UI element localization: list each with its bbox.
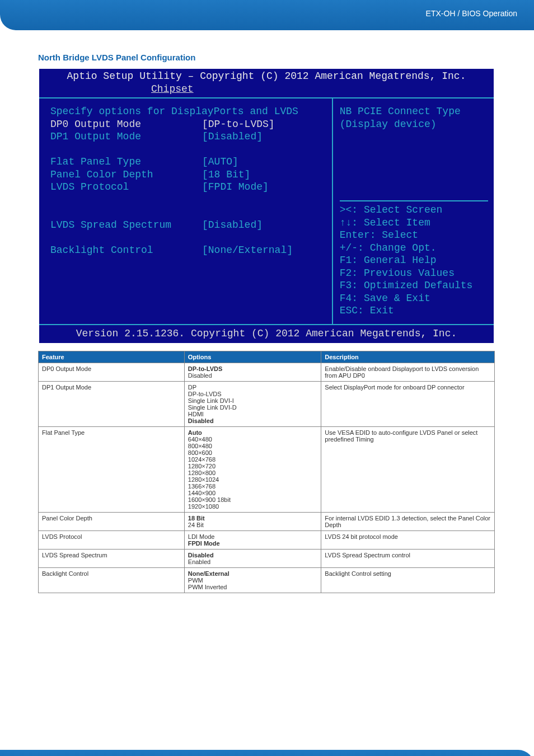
option-value: PWM	[188, 577, 318, 584]
option-value: Disabled	[188, 372, 318, 379]
bios-screenshot: Aptio Setup Utility – Copyright (C) 2012…	[38, 68, 495, 344]
option-value: 640×480	[188, 436, 318, 443]
page-header: ETX-OH / BIOS Operation	[0, 0, 534, 30]
bios-help-line: (Display device)	[340, 118, 488, 131]
bios-item-value: [Disabled]	[202, 219, 326, 232]
col-header-options: Options	[184, 351, 321, 363]
cell-feature: DP0 Output Mode	[39, 363, 185, 382]
option-value: Disabled	[188, 552, 318, 558]
option-value: FPDI Mode	[188, 540, 318, 547]
bios-item-dp0[interactable]: DP0 Output Mode [DP-to-LVDS]	[50, 118, 326, 131]
bios-item-label: LVDS Spread Spectrum	[50, 219, 202, 232]
cell-feature: Flat Panel Type	[39, 427, 185, 513]
bios-help-line: NB PCIE Connect Type	[340, 105, 488, 118]
bios-item-panel-color-depth[interactable]: Panel Color Depth [18 Bit]	[50, 168, 326, 181]
table-header-row: Feature Options Description	[39, 351, 495, 363]
bios-nav-hint: ↑↓: Select Item	[340, 217, 488, 229]
cell-feature: Panel Color Depth	[39, 513, 185, 531]
option-value: 1366×768	[188, 483, 318, 490]
option-value: 1024×768	[188, 456, 318, 463]
page-footer: 87	[0, 750, 534, 756]
cell-options: 18 Bit24 Bit	[184, 513, 321, 531]
cell-description: Select DisplayPort mode for onboard DP c…	[321, 382, 495, 427]
option-value: Single Link DVI-I	[188, 397, 318, 404]
option-value: None/External	[188, 570, 318, 577]
col-header-description: Description	[321, 351, 495, 363]
bios-item-label: DP0 Output Mode	[50, 118, 202, 131]
bios-item-spread-spectrum[interactable]: LVDS Spread Spectrum [Disabled]	[50, 219, 326, 232]
option-value: DP	[188, 384, 318, 391]
table-row: DP0 Output ModeDP-to-LVDSDisabledEnable/…	[39, 363, 495, 382]
cell-options: Auto640×480800×480800×6001024×7681280×72…	[184, 427, 321, 513]
bios-item-value: [DP-to-LVDS]	[202, 118, 326, 131]
cell-feature: LVDS Protocol	[39, 531, 185, 550]
cell-description: Enable/Disable onboard Displayport to LV…	[321, 363, 495, 382]
bios-item-value: [Disabled]	[202, 130, 326, 143]
option-value: Enabled	[188, 558, 318, 565]
option-value: Disabled	[188, 417, 318, 424]
bios-nav-hint: ESC: Exit	[340, 304, 488, 317]
bios-item-value: [AUTO]	[202, 156, 326, 168]
option-value: 1280×800	[188, 469, 318, 476]
cell-options: DisabledEnabled	[184, 550, 321, 568]
bios-nav-hint: F1: General Help	[340, 254, 488, 267]
bios-item-label: Panel Color Depth	[50, 168, 202, 181]
bios-nav-hint: ><: Select Screen	[340, 204, 488, 217]
option-value: Auto	[188, 429, 318, 436]
bios-item-dp1[interactable]: DP1 Output Mode [Disabled]	[50, 130, 326, 143]
bios-title: Aptio Setup Utility – Copyright (C) 2012…	[39, 69, 494, 83]
table-row: Panel Color Depth18 Bit24 BitFor interna…	[39, 513, 495, 531]
cell-description: Use VESA EDID to auto-configure LVDS Pan…	[321, 427, 495, 513]
bios-nav-hint: F3: Optimized Defaults	[340, 279, 488, 292]
bios-pane-heading: Specify options for DisplayPorts and LVD…	[50, 105, 326, 118]
cell-description: Backlight Control setting	[321, 568, 495, 593]
option-value: DP-to-LVDS	[188, 391, 318, 397]
header-text: ETX-OH / BIOS Operation	[426, 9, 517, 18]
col-header-feature: Feature	[39, 351, 185, 363]
option-value: 18 Bit	[188, 515, 318, 522]
table-row: Backlight ControlNone/ExternalPWMPWM Inv…	[39, 568, 495, 593]
option-value: HDMI	[188, 411, 318, 417]
bios-item-label: Flat Panel Type	[50, 156, 202, 168]
content-area: North Bridge LVDS Panel Configuration Ap…	[0, 30, 534, 604]
cell-description: LVDS 24 bit protocol mode	[321, 531, 495, 550]
bios-item-flat-panel-type[interactable]: Flat Panel Type [AUTO]	[50, 156, 326, 168]
bios-footer: Version 2.15.1236. Copyright (C) 2012 Am…	[39, 325, 494, 344]
option-value: 24 Bit	[188, 522, 318, 528]
option-value: 1280×1024	[188, 476, 318, 483]
section-title: North Bridge LVDS Panel Configuration	[38, 53, 495, 62]
bios-item-backlight-control[interactable]: Backlight Control [None/External]	[50, 244, 326, 257]
bios-item-label: Backlight Control	[50, 244, 202, 257]
bios-nav-hint: Enter: Select	[340, 229, 488, 242]
cell-feature: DP1 Output Mode	[39, 382, 185, 427]
cell-feature: LVDS Spread Spectrum	[39, 550, 185, 568]
table-row: LVDS Spread SpectrumDisabledEnabledLVDS …	[39, 550, 495, 568]
cell-options: LDI ModeFPDI Mode	[184, 531, 321, 550]
cell-options: None/ExternalPWMPWM Inverted	[184, 568, 321, 593]
cell-description: LVDS Spread Spectrum control	[321, 550, 495, 568]
bios-tab-chipset[interactable]: Chipset	[39, 83, 494, 98]
bios-help-divider	[340, 200, 488, 201]
bios-nav-hint: F2: Previous Values	[340, 267, 488, 280]
option-value: 1280×720	[188, 463, 318, 469]
bios-item-value: [18 Bit]	[202, 168, 326, 181]
option-value: 1920×1080	[188, 503, 318, 510]
option-value: Single Link DVI-D	[188, 404, 318, 411]
option-value: LDI Mode	[188, 533, 318, 540]
option-value: 1600×900 18bit	[188, 496, 318, 503]
option-value: PWM Inverted	[188, 584, 318, 590]
bios-item-label: DP1 Output Mode	[50, 130, 202, 143]
table-row: Flat Panel TypeAuto640×480800×480800×600…	[39, 427, 495, 513]
bios-item-value: [FPDI Mode]	[202, 181, 326, 194]
bios-left-pane: Specify options for DisplayPorts and LVD…	[39, 98, 333, 324]
cell-options: DP-to-LVDSDisabled	[184, 363, 321, 382]
option-value: 800×600	[188, 449, 318, 456]
table-row: DP1 Output ModeDPDP-to-LVDSSingle Link D…	[39, 382, 495, 427]
feature-table: Feature Options Description DP0 Output M…	[38, 351, 495, 593]
cell-feature: Backlight Control	[39, 568, 185, 593]
table-row: LVDS ProtocolLDI ModeFPDI ModeLVDS 24 bi…	[39, 531, 495, 550]
bios-item-lvds-protocol[interactable]: LVDS Protocol [FPDI Mode]	[50, 181, 326, 194]
option-value: 1440×900	[188, 490, 318, 496]
bios-item-value: [None/External]	[202, 244, 326, 257]
option-value: DP-to-LVDS	[188, 365, 318, 372]
